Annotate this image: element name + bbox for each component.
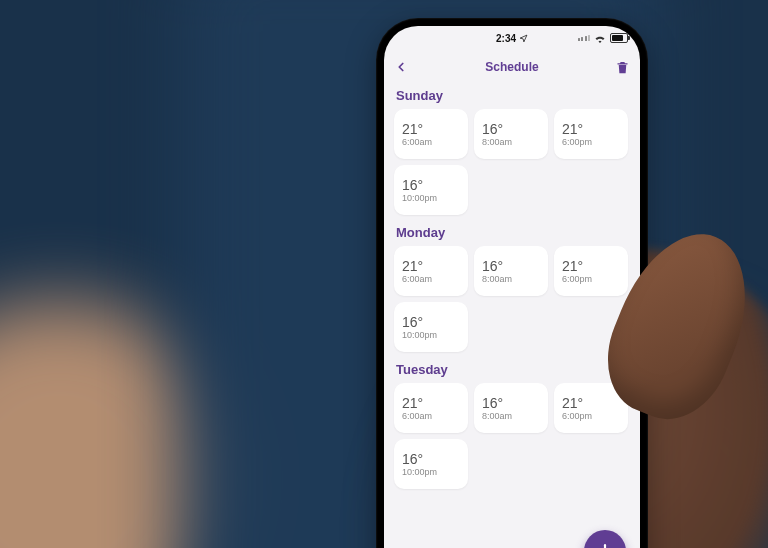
schedule-temp: 21° — [402, 396, 460, 410]
status-right — [578, 26, 629, 50]
schedule-card[interactable]: 16°8:00am — [474, 109, 548, 159]
schedule-time: 10:00pm — [402, 331, 460, 340]
status-bar: 2:34 — [384, 26, 640, 50]
battery-icon — [610, 33, 628, 43]
schedule-card[interactable]: 21°6:00pm — [554, 246, 628, 296]
location-arrow-icon — [519, 34, 528, 43]
schedule-temp: 21° — [402, 122, 460, 136]
trash-icon — [615, 60, 630, 75]
schedule-time: 6:00am — [402, 138, 460, 147]
schedule-time: 8:00am — [482, 138, 540, 147]
schedule-temp: 16° — [482, 122, 540, 136]
schedule-temp: 21° — [562, 259, 620, 273]
schedule-temp: 21° — [562, 396, 620, 410]
day-grid: 21°6:00am16°8:00am21°6:00pm16°10:00pm — [394, 109, 630, 215]
schedule-card[interactable]: 21°6:00pm — [554, 109, 628, 159]
schedule-temp: 16° — [402, 452, 460, 466]
chevron-left-icon — [394, 60, 408, 74]
schedule-temp: 21° — [402, 259, 460, 273]
schedule-time: 6:00am — [402, 275, 460, 284]
day-grid: 21°6:00am16°8:00am21°6:00pm16°10:00pm — [394, 383, 630, 489]
schedule-card[interactable]: 21°6:00pm — [554, 383, 628, 433]
schedule-card[interactable]: 21°6:00am — [394, 109, 468, 159]
back-button[interactable] — [394, 50, 422, 84]
schedule-time: 10:00pm — [402, 194, 460, 203]
plus-icon — [595, 541, 615, 548]
schedule-card[interactable]: 16°10:00pm — [394, 302, 468, 352]
schedule-temp: 16° — [402, 178, 460, 192]
schedule-card[interactable]: 16°8:00am — [474, 383, 548, 433]
schedule-temp: 16° — [482, 396, 540, 410]
schedule-card[interactable]: 16°10:00pm — [394, 439, 468, 489]
phone-screen: 2:34 Schedule — [384, 26, 640, 548]
schedule-card[interactable]: 16°8:00am — [474, 246, 548, 296]
schedule-temp: 21° — [562, 122, 620, 136]
schedule-time: 6:00pm — [562, 138, 620, 147]
schedule-time: 8:00am — [482, 412, 540, 421]
schedule-card[interactable]: 21°6:00am — [394, 246, 468, 296]
schedule-time: 10:00pm — [402, 468, 460, 477]
day-label: Tuesday — [396, 362, 628, 377]
phone-frame: 2:34 Schedule — [376, 18, 648, 548]
schedule-time: 6:00am — [402, 412, 460, 421]
schedule-time: 6:00pm — [562, 275, 620, 284]
photo-backdrop: 2:34 Schedule — [0, 0, 768, 548]
schedule-card[interactable]: 16°10:00pm — [394, 165, 468, 215]
schedule-time: 8:00am — [482, 275, 540, 284]
status-time: 2:34 — [496, 33, 528, 44]
schedule-temp: 16° — [402, 315, 460, 329]
schedule-scroll[interactable]: Sunday21°6:00am16°8:00am21°6:00pm16°10:0… — [384, 84, 640, 548]
wifi-icon — [594, 34, 606, 43]
status-time-text: 2:34 — [496, 33, 516, 44]
cellular-icon — [578, 35, 591, 41]
schedule-time: 6:00pm — [562, 412, 620, 421]
delete-button[interactable] — [602, 50, 630, 84]
day-label: Sunday — [396, 88, 628, 103]
day-label: Monday — [396, 225, 628, 240]
schedule-temp: 16° — [482, 259, 540, 273]
nav-title: Schedule — [485, 60, 538, 74]
schedule-card[interactable]: 21°6:00am — [394, 383, 468, 433]
nav-bar: Schedule — [384, 50, 640, 84]
day-grid: 21°6:00am16°8:00am21°6:00pm16°10:00pm — [394, 246, 630, 352]
